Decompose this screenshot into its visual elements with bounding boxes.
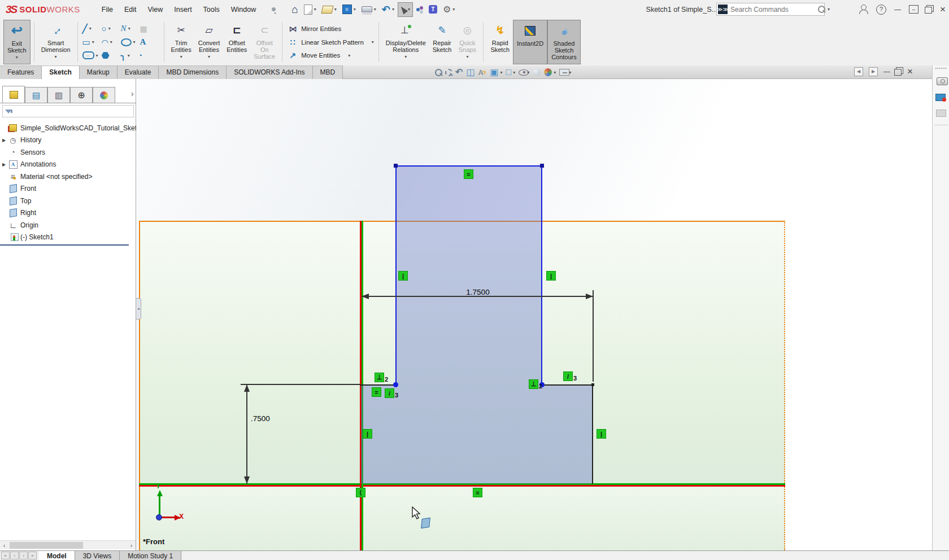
scroll-left-icon[interactable]: ‹ [0, 542, 8, 549]
prevview-hud-button[interactable] [455, 68, 463, 77]
vertex-handle-top-left[interactable] [394, 164, 398, 168]
repair-sketch-button[interactable]: Repair Sketch [429, 20, 455, 64]
panel-tab-featuremanager[interactable] [2, 86, 25, 103]
relation-badge-equal[interactable]: = [473, 488, 482, 497]
study-nav-button[interactable]: » [28, 552, 37, 559]
sidebar-grip[interactable] [935, 67, 947, 69]
home-button[interactable] [289, 2, 300, 17]
open-button[interactable]: ▾ [320, 2, 339, 17]
point-tool-button[interactable] [140, 53, 159, 58]
model-edge-right[interactable] [784, 221, 785, 550]
tab-mbd-dimensions[interactable]: MBD Dimensions [159, 65, 227, 79]
pane-left-icon[interactable]: ◀ [854, 67, 863, 76]
shaded-sketch-contours-button[interactable]: Shaded Sketch Contours [547, 20, 581, 64]
linear-sketch-pattern-button[interactable]: Linear Sketch Pattern ▾ [287, 36, 374, 49]
tree-item-sensors[interactable]: Sensors [0, 146, 136, 159]
winclose-icon[interactable] [940, 5, 946, 14]
expand-arrow-icon[interactable]: ▶ [0, 138, 8, 143]
panel-tab-displaymanager[interactable] [93, 87, 115, 103]
menu-item-edit[interactable]: Edit [119, 3, 142, 16]
relation-badge-vertical[interactable]: | [597, 429, 606, 439]
tab-evaluate[interactable]: Evaluate [117, 65, 159, 79]
panel-tab-propertymanager[interactable] [25, 87, 47, 103]
model-face-lower[interactable] [139, 487, 785, 550]
appearance-hud-button[interactable] [533, 68, 541, 76]
dropdown-caret-icon[interactable]: ▾ [110, 40, 112, 45]
tab-features[interactable]: Features [0, 65, 42, 79]
vertex-point-left[interactable] [393, 382, 398, 387]
relation-badge-vertical[interactable]: | [363, 429, 372, 439]
dropdown-caret-icon[interactable]: ▾ [569, 70, 571, 75]
arc-tool-button[interactable]: ▾ [102, 38, 121, 46]
menu-item-tools[interactable]: Tools [198, 3, 225, 16]
pin-icon[interactable] [272, 7, 276, 11]
winpanes-icon[interactable] [909, 5, 918, 14]
slot-tool-button[interactable]: ▾ [82, 51, 102, 59]
relation-badge-equal[interactable]: = [464, 169, 473, 179]
dropdown-caret-icon[interactable]: ▾ [527, 70, 529, 75]
winmin-icon[interactable] [894, 6, 901, 13]
threedx-button[interactable] [414, 2, 425, 17]
dimension-height-value[interactable]: .7500 [251, 414, 270, 423]
dropdown-caret-icon[interactable]: ▾ [133, 40, 136, 45]
dropdown-caret-icon[interactable]: ▾ [108, 26, 111, 31]
dispstyle-hud-button[interactable]: ▾ [506, 68, 516, 77]
doc-restore-icon[interactable] [896, 67, 902, 76]
dropdown-caret-icon[interactable]: ▾ [392, 7, 394, 12]
rect-tool-button[interactable]: ▾ [82, 38, 102, 46]
screenshot-camera-icon[interactable] [937, 77, 945, 85]
tree-item-material-not-specified-[interactable]: Material <not specified> [0, 170, 136, 183]
dropdown-caret-icon[interactable]: ▾ [128, 53, 130, 58]
tree-item-right[interactable]: Right [0, 207, 136, 220]
tree-item-top[interactable]: Top [0, 195, 136, 207]
select-button[interactable]: ▾ [398, 2, 413, 17]
help-icon[interactable] [876, 5, 886, 15]
tree-filter-bar[interactable] [2, 105, 134, 117]
line-tool-button[interactable]: ▾ [82, 24, 102, 33]
scrollbar-thumb[interactable] [10, 542, 83, 549]
menu-item-window[interactable]: Window [225, 3, 262, 16]
trim-entities-button[interactable]: Trim Entities ▾ [168, 20, 195, 64]
tree-item-front[interactable]: Front [0, 183, 136, 195]
study-nav-button[interactable]: ‹ [10, 552, 19, 559]
dropdown-caret-icon[interactable]: ▾ [408, 7, 410, 12]
relation-badge-perpendicular[interactable]: ⊥ [529, 379, 538, 389]
viewsettings-hud-button[interactable]: ▾ [559, 69, 571, 76]
save-button[interactable]: ▾ [340, 2, 358, 17]
search-commands-box[interactable]: ≫ ▾ [716, 3, 825, 16]
spline-tool-button[interactable]: ▾ [121, 24, 140, 33]
print-button[interactable]: ▾ [359, 2, 378, 17]
dimension-width-value[interactable]: 1.7500 [444, 288, 512, 296]
zoomfit-hud-button[interactable] [435, 68, 442, 76]
dropdown-caret-icon[interactable]: ▾ [314, 7, 316, 12]
graphics-viewport[interactable]: 1.7500 .7500 =||⊥2/3⊥2=/3||⟨= Y X *Front… [136, 79, 932, 550]
menu-item-file[interactable]: File [96, 3, 119, 16]
tree-item--sketch1[interactable]: (-) Sketch1 [0, 231, 136, 244]
tree-root-item[interactable]: Simple_SolidWorksCAD_Tutorial_Sketchin [0, 122, 136, 134]
doc-close-icon[interactable] [907, 67, 913, 76]
winrestore-icon[interactable] [926, 5, 932, 14]
panel-tab-configurations[interactable] [47, 87, 70, 103]
model-edge-bottom-red[interactable] [139, 485, 785, 487]
panel-tab-dimxpert[interactable] [70, 87, 93, 103]
section-hud-button[interactable] [466, 68, 474, 77]
sketch-rect-upper[interactable] [395, 165, 542, 385]
display-delete-relations-button[interactable]: Display/Delete Relations ▾ [382, 20, 429, 64]
textA-tool-button[interactable] [140, 38, 159, 46]
instant2d-button[interactable]: Instant2D [513, 20, 547, 64]
study-nav-button[interactable]: › [19, 552, 28, 559]
bottom-tab-3d-views[interactable]: 3D Views [75, 551, 120, 560]
search-input[interactable] [730, 6, 818, 14]
annotview-hud-button[interactable] [478, 69, 487, 76]
dropdown-caret-icon[interactable]: ▾ [513, 70, 515, 75]
sketch-rect-lower[interactable] [361, 385, 593, 484]
relation-badge-equal[interactable]: = [372, 387, 381, 397]
tree-item-annotations[interactable]: ▶Annotations [0, 159, 136, 171]
dropdown-caret-icon[interactable]: ▾ [452, 7, 455, 12]
dropdown-caret-icon[interactable]: ▾ [89, 26, 92, 31]
panel-tabs-more-icon[interactable]: › [131, 89, 134, 98]
sketch-step-line-left[interactable] [360, 384, 396, 386]
search-caret-icon[interactable]: ▾ [828, 7, 830, 12]
tab-mbd[interactable]: MBD [313, 65, 343, 79]
pane-right-icon[interactable]: ▶ [869, 67, 878, 76]
